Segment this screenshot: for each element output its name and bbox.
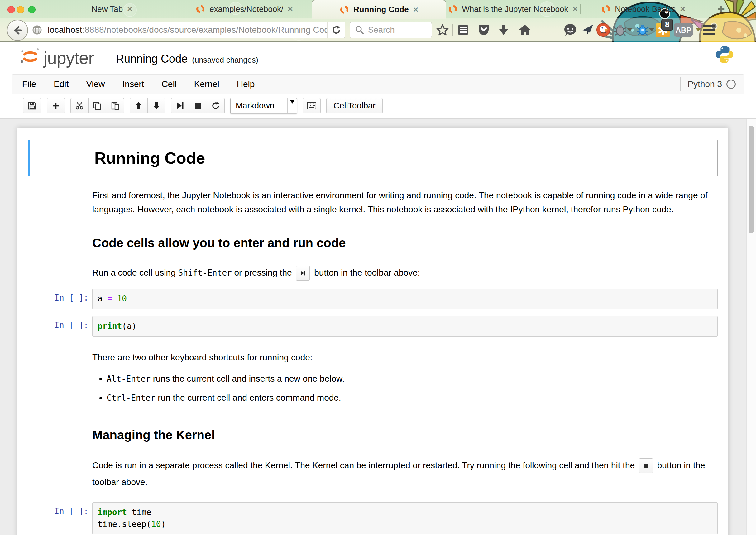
pocket-button[interactable]	[476, 22, 491, 38]
navigation-toolbar: localhost:8888/notebooks/docs/source/exa…	[0, 18, 756, 42]
input-prompt: In [ ]:	[28, 289, 92, 309]
menu-kernel[interactable]: Kernel	[185, 79, 228, 89]
cell-type-value: Markdown	[230, 101, 287, 111]
search-box[interactable]	[350, 21, 432, 38]
download-button[interactable]	[496, 22, 511, 38]
search-input[interactable]	[367, 25, 425, 35]
insert-cell-button[interactable]	[47, 98, 65, 113]
markdown-cell[interactable]: There are two other keyboard shortcuts f…	[28, 351, 718, 364]
move-cell-up-button[interactable]	[130, 98, 148, 113]
paste-cell-button[interactable]	[106, 98, 124, 113]
code-cell[interactable]: In [ ]: print(a)	[28, 316, 718, 337]
stop-icon	[195, 102, 201, 109]
scrollbar-thumb[interactable]	[748, 126, 754, 233]
tab-running-code-active[interactable]: Running Code ×	[311, 0, 446, 19]
addon-dropdown-caret-icon[interactable]	[649, 28, 654, 32]
feedback-smiley-button[interactable]	[563, 22, 578, 38]
save-button[interactable]	[23, 98, 41, 113]
adblock-plus-button[interactable]: ABP	[674, 23, 693, 38]
markdown-cell-selected[interactable]: Running Code	[28, 140, 718, 177]
share-button[interactable]	[580, 22, 595, 38]
inline-stop-icon	[639, 458, 653, 473]
bookmark-star-button[interactable]	[435, 22, 450, 38]
code-cell[interactable]: In [ ]: import time time.sleep(10)	[28, 502, 718, 534]
input-prompt: In [ ]:	[28, 502, 92, 534]
menubar-container: File Edit View Insert Cell Kernel Help P…	[0, 73, 756, 94]
code-cell[interactable]: In [ ]: a = 10	[28, 289, 718, 309]
menu-view[interactable]: View	[77, 79, 113, 89]
notebook-title[interactable]: Running Code(unsaved changes)	[116, 52, 258, 66]
addon-bug-blue-icon[interactable]	[635, 22, 650, 38]
window-minimize-button[interactable]	[17, 6, 24, 14]
move-cell-down-button[interactable]	[148, 98, 166, 113]
tab-what-is-jupyter[interactable]: What is the Jupyter Notebook ×	[446, 0, 580, 18]
markdown-cell[interactable]: Code is run in a separate process called…	[28, 457, 718, 491]
code-editor[interactable]: print(a)	[92, 316, 718, 337]
kernel-idle-icon	[726, 79, 736, 89]
code-editor[interactable]: a = 10	[92, 289, 718, 309]
reload-button[interactable]	[327, 22, 345, 38]
jupyter-favicon-icon	[601, 4, 610, 14]
intro-paragraph: First and foremost, the Jupyter Notebook…	[92, 188, 718, 217]
menu-file[interactable]: File	[12, 79, 45, 89]
menu-help[interactable]: Help	[228, 79, 264, 89]
abp-dropdown-caret-icon[interactable]	[695, 28, 701, 32]
browser-chrome: New Tab × examples/Notebook/ × Running C…	[0, 0, 756, 42]
shortcut-list: Alt-Enter runs the current cell and inse…	[92, 372, 718, 405]
cell-type-select[interactable]: Markdown	[230, 98, 297, 113]
tab-title: Notebook Basics	[615, 4, 676, 14]
plus-icon	[52, 102, 60, 109]
markdown-cell[interactable]: Run a code cell using Shift-Enter or pre…	[28, 266, 718, 281]
tab-notebook-basics[interactable]: Notebook Basics ×	[580, 0, 706, 18]
tab-close-icon[interactable]: ×	[680, 4, 685, 14]
copy-cell-button[interactable]	[89, 98, 106, 113]
cell-toolbar-button[interactable]: CellToolbar	[326, 98, 383, 113]
tab-close-icon[interactable]: ×	[127, 4, 132, 14]
interrupt-kernel-button[interactable]	[189, 98, 207, 113]
floppy-icon	[28, 102, 36, 110]
tab-close-icon[interactable]: ×	[413, 5, 418, 14]
cut-cell-button[interactable]	[70, 98, 89, 113]
reading-list-icon[interactable]	[456, 22, 471, 38]
arrow-down-icon	[153, 102, 160, 110]
kernel-paragraph: Code is run in a separate process called…	[92, 457, 718, 491]
url-path: :8888/notebooks/docs/source/examples/Not…	[82, 25, 327, 35]
notebook-h1: Running Code	[94, 149, 717, 167]
menu-insert[interactable]: Insert	[114, 79, 153, 89]
tab-examples-notebook[interactable]: examples/Notebook/ ×	[177, 0, 311, 18]
duckduckgo-icon[interactable]	[596, 22, 611, 38]
markdown-cell[interactable]: Managing the Kernel	[28, 428, 718, 442]
new-tab-button[interactable]: +	[713, 3, 729, 15]
run-cell-button[interactable]	[171, 98, 189, 113]
menu-cell[interactable]: Cell	[153, 79, 185, 89]
home-button[interactable]	[517, 22, 532, 38]
window-close-button[interactable]	[8, 6, 15, 14]
menubar: File Edit View Insert Cell Kernel Help P…	[12, 74, 744, 94]
addon-bug-gray-icon[interactable]	[613, 22, 628, 38]
input-prompt: In [ ]:	[28, 316, 92, 337]
search-icon	[355, 25, 364, 35]
tab-close-icon[interactable]: ×	[573, 4, 578, 14]
tab-new-tab[interactable]: New Tab ×	[47, 0, 177, 18]
markdown-cell[interactable]: Code cells allow you to enter and run co…	[28, 236, 718, 250]
back-button[interactable]	[7, 20, 28, 41]
tab-strip: New Tab × examples/Notebook/ × Running C…	[0, 0, 756, 18]
url-text[interactable]: localhost:8888/notebooks/docs/source/exa…	[48, 25, 327, 35]
restart-kernel-button[interactable]	[207, 98, 225, 113]
run-instruction: Run a code cell using Shift-Enter or pre…	[92, 266, 718, 281]
url-bar[interactable]: localhost:8888/notebooks/docs/source/exa…	[18, 21, 345, 38]
kernel-name: Python 3	[688, 79, 722, 89]
hamburger-menu-button[interactable]	[702, 22, 717, 38]
command-palette-button[interactable]	[303, 98, 321, 113]
browser-window: New Tab × examples/Notebook/ × Running C…	[0, 0, 756, 535]
vertical-scrollbar[interactable]	[746, 119, 756, 535]
markdown-cell[interactable]: Alt-Enter runs the current cell and inse…	[28, 372, 718, 419]
tab-close-icon[interactable]: ×	[288, 4, 293, 14]
addon-dropdown-caret-icon[interactable]	[627, 28, 633, 32]
code-editor[interactable]: import time time.sleep(10)	[92, 502, 718, 534]
markdown-cell[interactable]: First and foremost, the Jupyter Notebook…	[28, 188, 718, 217]
menu-edit[interactable]: Edit	[45, 79, 77, 89]
tab-title: examples/Notebook/	[209, 4, 283, 14]
window-zoom-button[interactable]	[28, 6, 36, 14]
jupyter-logo[interactable]: jupyter	[20, 46, 94, 67]
